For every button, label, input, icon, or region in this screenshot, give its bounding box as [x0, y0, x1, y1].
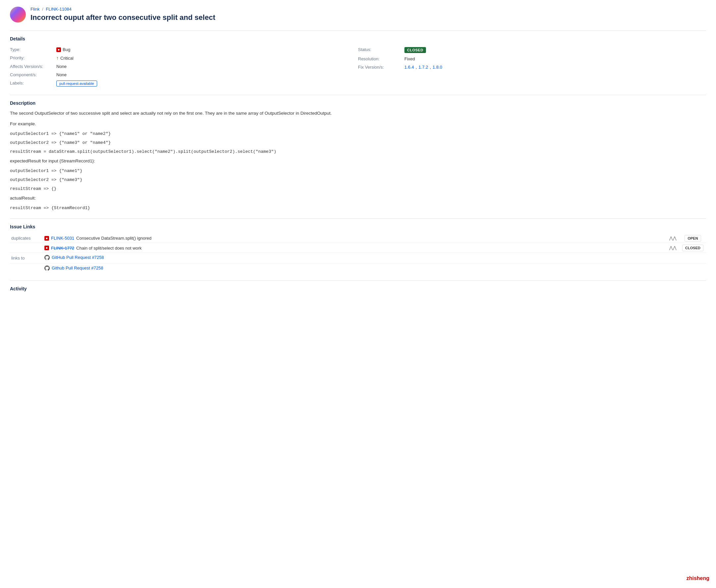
link-type-duplicates: duplicates [10, 233, 43, 243]
resolution-row: Resolution: Fixed [358, 55, 706, 63]
issue-links-section: Issue Links duplicates ■ FLINK-5031 Cons… [10, 218, 706, 274]
link-priority-3 [666, 253, 679, 263]
issue-links-title: Issue Links [10, 224, 706, 229]
description-title: Description [10, 101, 706, 106]
fix-version-172[interactable]: 1.7.2 [419, 65, 428, 70]
issue-links-table: duplicates ■ FLINK-5031 Consecutive Data… [10, 233, 706, 274]
bug-icon-flink1772: ■ [44, 246, 49, 250]
status-label: Status: [358, 47, 404, 52]
details-title: Details [10, 36, 706, 41]
link-details-flink5031: ■ FLINK-5031 Consecutive DataStream.spli… [43, 233, 666, 243]
status-badge: CLOSED [404, 47, 426, 53]
link-badge-closed: CLOSED [679, 243, 706, 253]
desc-code-7: resultStream => {StreamRecord1} [10, 205, 706, 212]
fix-value: 1.6.4, 1.7.2, 1.8.0 [404, 65, 442, 70]
breadcrumb-project-link[interactable]: Flink [30, 7, 39, 12]
type-label: Type: [10, 47, 56, 52]
link-priority-2: ⋀⋀ [666, 243, 679, 253]
table-row: Github Pull Request #7258 [10, 263, 706, 274]
desc-line-1: The second OutputSelector of two success… [10, 110, 706, 117]
details-left-col: Type: ■ Bug Priority: ↑ Critical Affects… [10, 45, 358, 88]
fix-label: Fix Version/s: [358, 65, 404, 70]
issue-title: Incorrect ouput after two consecutive sp… [30, 13, 706, 23]
label-tag[interactable]: pull-request-available [56, 81, 97, 86]
flink-5031-summary: Consecutive DataStream.split() ignored [76, 236, 151, 240]
labels-label: Labels: [10, 81, 56, 85]
link-badge-empty-1 [679, 253, 706, 263]
github-pr-7258-link-2[interactable]: Github Pull Request #7258 [52, 266, 103, 271]
flink-1772-link[interactable]: FLINK-1772 [51, 246, 74, 251]
desc-line-2: For example. [10, 120, 706, 128]
desc-code-5: outputSelector2 => {"name3"} [10, 177, 706, 184]
component-label: Component/s: [10, 72, 56, 77]
bug-icon-flink5031: ■ [44, 236, 49, 240]
activity-title: Activity [10, 286, 706, 291]
open-status-badge: OPEN [685, 235, 701, 241]
link-details-flink1772: ■ FLINK-1772 Chain of split/select does … [43, 243, 666, 253]
link-type-empty [10, 243, 43, 253]
priority-icon: ↑ [56, 55, 59, 61]
link-type-empty2 [10, 263, 43, 274]
component-value: None [56, 72, 67, 77]
table-row: links to GitHub Pull Request #7258 [10, 253, 706, 263]
link-badge-empty-2 [679, 263, 706, 274]
details-grid: Type: ■ Bug Priority: ↑ Critical Affects… [10, 45, 706, 88]
desc-code-2: outputSelector2 => {"name3" or "name4"} [10, 140, 706, 147]
resolution-label: Resolution: [358, 56, 404, 61]
closed-status-badge: CLOSED [682, 245, 703, 251]
link-badge-open: OPEN [679, 233, 706, 243]
github-icon-2 [44, 266, 50, 271]
component-row: Component/s: None [10, 70, 358, 79]
resolution-value: Fixed [404, 56, 415, 61]
details-right-col: Status: CLOSED Resolution: Fixed Fix Ver… [358, 45, 706, 88]
link-priority-1: ⋀⋀ [666, 233, 679, 243]
labels-value: pull-request-available [56, 81, 97, 86]
link-priority-4 [666, 263, 679, 274]
header-text: Flink / FLINK-11084 Incorrect ouput afte… [30, 7, 706, 23]
desc-line-3: expectedResult for input {StreamRecord1}… [10, 158, 706, 165]
priority-value: ↑ Critical [56, 55, 73, 61]
description-section: Description The second OutputSelector of… [10, 95, 706, 212]
desc-code-6: resultStream => {} [10, 186, 706, 193]
activity-section: Activity [10, 280, 706, 291]
table-row: ■ FLINK-1772 Chain of split/select does … [10, 243, 706, 253]
flink-5031-link[interactable]: FLINK-5031 [51, 236, 74, 240]
status-value: CLOSED [404, 47, 426, 53]
fix-version-row: Fix Version/s: 1.6.4, 1.7.2, 1.8.0 [358, 63, 706, 71]
type-row: Type: ■ Bug [10, 45, 358, 54]
desc-code-1: outputSelector1 => {"name1" or "name2"} [10, 131, 706, 138]
type-value: ■ Bug [56, 47, 70, 52]
affects-label: Affects Version/s: [10, 64, 56, 69]
breadcrumb-separator: / [42, 7, 43, 12]
fix-version-164[interactable]: 1.6.4 [404, 65, 414, 70]
breadcrumb: Flink / FLINK-11084 [30, 7, 706, 12]
affects-value: None [56, 64, 67, 69]
github-icon-1 [44, 255, 50, 260]
breadcrumb-issue-link[interactable]: FLINK-11084 [46, 7, 71, 12]
link-details-github1: GitHub Pull Request #7258 [43, 253, 666, 263]
link-type-linksto: links to [10, 253, 43, 263]
desc-line-4: actualResult: [10, 194, 706, 202]
description-body: The second OutputSelector of two success… [10, 110, 706, 212]
desc-code-3: resultStream = dataStream.split(outputSe… [10, 148, 706, 155]
status-row: Status: CLOSED [358, 45, 706, 55]
bug-icon: ■ [56, 47, 61, 52]
priority-row: Priority: ↑ Critical [10, 54, 358, 62]
fix-version-180[interactable]: 1.8.0 [433, 65, 442, 70]
flink-1772-summary: Chain of split/select does not work [76, 246, 142, 251]
priority-label: Priority: [10, 55, 56, 60]
details-section: Details Type: ■ Bug Priority: ↑ Critical… [10, 30, 706, 88]
table-row: duplicates ■ FLINK-5031 Consecutive Data… [10, 233, 706, 243]
project-avatar [10, 7, 26, 23]
affects-row: Affects Version/s: None [10, 62, 358, 70]
labels-row: Labels: pull-request-available [10, 79, 358, 88]
desc-code-4: outputSelector1 => {"name1"} [10, 168, 706, 175]
issue-header: Flink / FLINK-11084 Incorrect ouput afte… [10, 7, 706, 23]
link-details-github2: Github Pull Request #7258 [43, 263, 666, 274]
github-pr-7258-link-1[interactable]: GitHub Pull Request #7258 [52, 255, 104, 260]
